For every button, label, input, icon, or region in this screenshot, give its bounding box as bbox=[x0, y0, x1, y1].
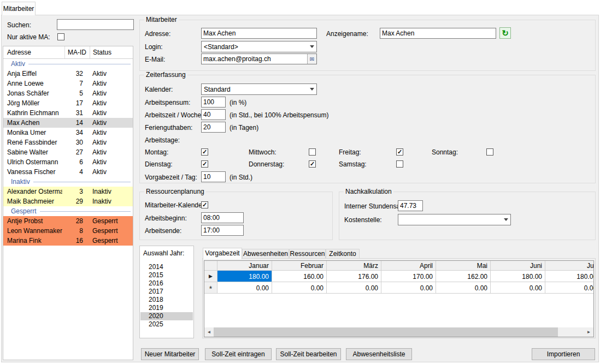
column-header-status[interactable]: Status bbox=[90, 46, 133, 58]
group-header-aktiv[interactable]: Aktiv bbox=[3, 59, 133, 69]
employee-row[interactable]: Jörg Möller17Aktiv bbox=[3, 98, 133, 108]
importieren-button[interactable]: Importieren bbox=[532, 348, 595, 360]
employee-row[interactable]: Monika Umer34Aktiv bbox=[3, 128, 133, 138]
grid-column-header[interactable]: Januar bbox=[217, 261, 272, 271]
grid-column-header[interactable]: Juli bbox=[545, 261, 594, 271]
ferienguthaben-input[interactable] bbox=[201, 122, 226, 133]
grid-column-header[interactable]: Juni bbox=[491, 261, 545, 271]
kostenstelle-label: Kostenstelle: bbox=[344, 216, 382, 224]
login-label: Login: bbox=[145, 43, 163, 51]
abwesenheitsliste-button[interactable]: Abwesenheitsliste bbox=[346, 348, 412, 360]
grid-cell-selected[interactable]: 180.00 bbox=[217, 271, 272, 282]
grid-cell[interactable]: 0.00 bbox=[491, 282, 545, 294]
group-line bbox=[28, 64, 131, 64]
grid-cell[interactable]: 0.00 bbox=[272, 282, 327, 294]
employee-row[interactable]: Anja Eiffel32Aktiv bbox=[3, 69, 133, 79]
employee-row[interactable]: Jonas Schäfer5Aktiv bbox=[3, 88, 133, 98]
dienstag-checkbox[interactable]: ✓ bbox=[201, 160, 208, 168]
grid-column-header[interactable]: Mai bbox=[436, 261, 491, 271]
arbeitspensum-label: Arbeitspensum: bbox=[145, 99, 190, 106]
email-button[interactable]: ✉ bbox=[307, 54, 316, 64]
grid-column-header[interactable]: Februar bbox=[272, 261, 327, 271]
adresse-input[interactable] bbox=[201, 28, 317, 39]
group-header-inaktiv[interactable]: Inaktiv bbox=[3, 177, 133, 187]
donnerstag-checkbox[interactable]: ✓ bbox=[309, 160, 316, 168]
grid-cell[interactable]: 180.00 bbox=[545, 271, 594, 282]
freitag-checkbox[interactable]: ✓ bbox=[396, 148, 403, 156]
kostenstelle-select[interactable] bbox=[398, 214, 511, 225]
employee-row[interactable]: Ulrich Ostermann6Aktiv bbox=[3, 157, 133, 167]
stundensatz-input[interactable] bbox=[398, 200, 423, 211]
grid-cell[interactable]: 176.00 bbox=[327, 271, 381, 282]
email-label: E-Mail: bbox=[145, 56, 165, 63]
samstag-checkbox[interactable] bbox=[396, 160, 403, 168]
grid-cell[interactable]: 0.00 bbox=[545, 282, 594, 294]
year-item[interactable]: 2014 bbox=[140, 263, 193, 271]
employee-row[interactable]: Marina Fink16Gesperrt bbox=[3, 236, 133, 246]
active-only-checkbox[interactable] bbox=[57, 33, 64, 40]
sollzeit-bearbeiten-button[interactable]: Soll-Zeit bearbeiten bbox=[276, 348, 341, 360]
mittwoch-checkbox[interactable] bbox=[309, 148, 316, 156]
year-item-selected[interactable]: 2020 bbox=[140, 312, 193, 320]
refresh-anzeigename-button[interactable]: ↻ bbox=[499, 27, 511, 39]
tab-vorgabezeit[interactable]: Vorgabezeit bbox=[203, 248, 242, 259]
login-select[interactable]: <Standard> bbox=[201, 41, 317, 52]
employee-row[interactable]: Sabine Walter27Aktiv bbox=[3, 147, 133, 157]
tab-mitarbeiter[interactable]: Mitarbeiter bbox=[2, 2, 36, 15]
grid-column-header[interactable]: April bbox=[381, 261, 436, 271]
year-item[interactable]: 2018 bbox=[140, 296, 193, 304]
email-input[interactable] bbox=[202, 54, 307, 64]
grid-cell[interactable]: 0.00 bbox=[327, 282, 381, 294]
scroll-thumb[interactable] bbox=[214, 327, 558, 337]
year-item[interactable]: 2017 bbox=[140, 288, 193, 296]
grid-cell[interactable]: 170.00 bbox=[381, 271, 436, 282]
tab-abwesenheiten[interactable]: Abwesenheiten bbox=[242, 249, 289, 259]
vorgabezeit-input[interactable] bbox=[201, 171, 226, 182]
grid-cell[interactable]: 0.00 bbox=[436, 282, 491, 294]
employee-row-selected[interactable]: Max Achen14Aktiv bbox=[3, 118, 133, 128]
neuer-mitarbeiter-button[interactable]: Neuer Mitarbeiter bbox=[141, 348, 199, 360]
employee-row[interactable]: Antje Probst28Gesperrt bbox=[3, 216, 133, 226]
horizontal-scrollbar[interactable]: ◄ ► bbox=[204, 327, 593, 337]
arbeitspensum-input[interactable] bbox=[201, 97, 226, 108]
grid-cell[interactable]: 160.00 bbox=[272, 271, 327, 282]
group-line bbox=[40, 211, 131, 212]
email-field: ✉ bbox=[201, 53, 317, 64]
employee-row[interactable]: René Fassbinder30Aktiv bbox=[3, 138, 133, 147]
grid-corner[interactable] bbox=[204, 261, 217, 271]
year-item[interactable]: 2025 bbox=[140, 320, 193, 329]
sonntag-checkbox[interactable] bbox=[486, 148, 493, 156]
employee-id: 31 bbox=[62, 109, 83, 117]
sollzeit-eintragen-button[interactable]: Soll-Zeit eintragen bbox=[205, 348, 272, 360]
year-item[interactable]: 2015 bbox=[140, 271, 193, 279]
grid-cell[interactable]: 0.00 bbox=[381, 282, 436, 294]
tab-zeitkonto[interactable]: Zeitkonto bbox=[326, 249, 360, 259]
grid-cell[interactable]: 0.00 bbox=[217, 282, 272, 294]
employee-row[interactable]: Leon Wannemaker8Gesperrt bbox=[3, 226, 133, 236]
montag-checkbox[interactable]: ✓ bbox=[201, 148, 208, 156]
grid-column-header[interactable]: März bbox=[327, 261, 381, 271]
grid-cell[interactable]: 180.00 bbox=[491, 271, 545, 282]
employee-row[interactable]: Alexander Ostermann3Inaktiv bbox=[3, 187, 133, 196]
grid-cell[interactable]: 162.00 bbox=[436, 271, 491, 282]
year-item[interactable]: 2019 bbox=[140, 304, 193, 312]
arbeitsbeginn-input[interactable] bbox=[201, 212, 244, 223]
employee-row[interactable]: Anne Loewe7Aktiv bbox=[3, 79, 133, 88]
anzeigename-input[interactable] bbox=[380, 28, 496, 39]
search-input[interactable] bbox=[57, 19, 134, 30]
column-header-adresse[interactable]: Adresse bbox=[3, 46, 65, 58]
employee-row[interactable]: Vanessa Fischer4Aktiv bbox=[3, 167, 133, 177]
arbeitsende-input[interactable] bbox=[201, 225, 244, 236]
group-header-gesperrt[interactable]: Gesperrt bbox=[3, 206, 133, 216]
year-item[interactable]: 2016 bbox=[140, 279, 193, 288]
group-label: Aktiv bbox=[11, 60, 25, 68]
arbeitszeit-input[interactable] bbox=[201, 109, 226, 120]
tab-ressourcen[interactable]: Ressourcen bbox=[289, 249, 326, 259]
mitarbeiter-kalender-checkbox[interactable]: ✓ bbox=[201, 201, 208, 208]
employee-row[interactable]: Kathrin Eichmann31Aktiv bbox=[3, 108, 133, 118]
scroll-right-button[interactable]: ► bbox=[584, 327, 593, 337]
column-header-ma-id[interactable]: MA-ID bbox=[65, 46, 90, 58]
kalender-select[interactable]: Standard bbox=[201, 83, 317, 95]
scroll-left-button[interactable]: ◄ bbox=[204, 327, 214, 337]
employee-row[interactable]: Maik Bachmeier29Inaktiv bbox=[3, 196, 133, 206]
